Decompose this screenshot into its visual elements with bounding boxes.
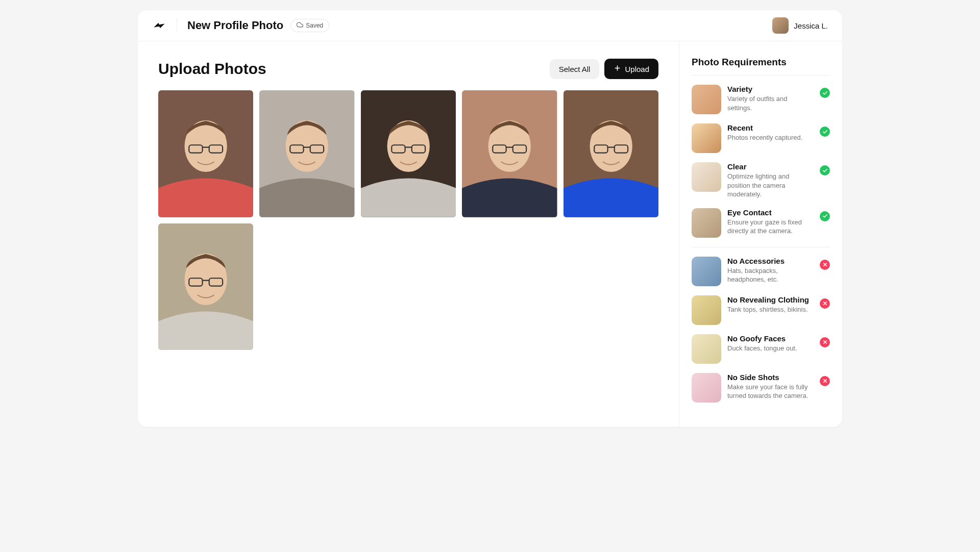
requirement-desc: Duck faces, tongue out. <box>727 344 814 353</box>
photo-thumb[interactable] <box>564 90 658 217</box>
requirement-text: Clear Optimize lighting and position the… <box>727 162 814 199</box>
requirement-desc: Photos recently captured. <box>727 133 814 142</box>
check-icon <box>820 211 830 221</box>
requirement-title: Recent <box>727 123 814 132</box>
saved-indicator: Saved <box>290 19 329 32</box>
requirement-thumb <box>692 373 721 403</box>
requirement-item: Recent Photos recently captured. <box>692 123 830 153</box>
requirement-item: No Goofy Faces Duck faces, tongue out. <box>692 334 830 364</box>
requirement-desc: Variety of outfits and settings. <box>727 94 814 112</box>
check-icon <box>820 127 830 137</box>
requirement-title: No Revealing Clothing <box>727 295 814 304</box>
requirement-desc: Tank tops, shirtless, bikinis. <box>727 305 814 314</box>
check-icon <box>820 165 830 175</box>
app-logo-icon <box>152 18 166 33</box>
photo-grid <box>158 90 658 350</box>
requirement-text: Variety Variety of outfits and settings. <box>727 85 814 112</box>
page-title: New Profile Photo <box>187 19 283 32</box>
requirement-title: No Goofy Faces <box>727 334 814 343</box>
requirement-desc: Optimize lighting and position the camer… <box>727 172 814 199</box>
requirement-title: Variety <box>727 85 814 93</box>
user-menu[interactable]: Jessica L. <box>772 17 828 34</box>
requirement-item: Variety Variety of outfits and settings. <box>692 85 830 114</box>
requirement-text: No Accessories Hats, backpacks, headphon… <box>727 257 814 284</box>
requirement-item: Eye Contact Ensure your gaze is fixed di… <box>692 208 830 238</box>
cloud-icon <box>297 21 303 30</box>
check-icon <box>820 88 830 98</box>
requirement-thumb <box>692 162 721 192</box>
requirement-title: Clear <box>727 162 814 171</box>
saved-label: Saved <box>306 22 323 29</box>
x-icon <box>820 298 830 309</box>
x-icon <box>820 376 830 386</box>
requirement-item: No Accessories Hats, backpacks, headphon… <box>692 257 830 286</box>
photo-thumb[interactable] <box>259 90 354 217</box>
requirements-bad-list: No Accessories Hats, backpacks, headphon… <box>692 257 830 403</box>
requirement-item: Clear Optimize lighting and position the… <box>692 162 830 199</box>
x-icon <box>820 260 830 270</box>
sidebar-divider <box>692 75 830 76</box>
requirement-thumb <box>692 295 721 325</box>
requirement-thumb <box>692 123 721 153</box>
requirement-desc: Ensure your gaze is fixed directly at th… <box>727 218 814 236</box>
requirement-text: No Side Shots Make sure your face is ful… <box>727 373 814 400</box>
photo-thumb[interactable] <box>361 90 456 217</box>
app-window: New Profile Photo Saved Jessica L. Uploa… <box>138 10 842 427</box>
header-divider <box>177 18 177 33</box>
plus-icon <box>614 64 621 73</box>
main-header: Upload Photos Select All Upload <box>158 59 658 79</box>
select-all-button[interactable]: Select All <box>550 59 600 79</box>
main-panel: Upload Photos Select All Upload <box>138 41 679 427</box>
requirement-item: No Revealing Clothing Tank tops, shirtle… <box>692 295 830 325</box>
app-header: New Profile Photo Saved Jessica L. <box>138 10 842 41</box>
requirement-text: Recent Photos recently captured. <box>727 123 814 142</box>
requirement-text: Eye Contact Ensure your gaze is fixed di… <box>727 208 814 236</box>
sidebar-title: Photo Requirements <box>692 57 830 68</box>
avatar <box>772 17 789 34</box>
user-name-label: Jessica L. <box>794 21 828 30</box>
requirement-thumb <box>692 257 721 286</box>
requirement-title: Eye Contact <box>727 208 814 217</box>
requirement-text: No Revealing Clothing Tank tops, shirtle… <box>727 295 814 314</box>
requirement-title: No Side Shots <box>727 373 814 382</box>
requirement-text: No Goofy Faces Duck faces, tongue out. <box>727 334 814 353</box>
app-body: Upload Photos Select All Upload <box>138 41 842 427</box>
requirement-title: No Accessories <box>727 257 814 265</box>
x-icon <box>820 337 830 347</box>
upload-button[interactable]: Upload <box>604 59 658 79</box>
sidebar-divider <box>692 247 830 247</box>
requirements-good-list: Variety Variety of outfits and settings.… <box>692 85 830 238</box>
requirement-thumb <box>692 334 721 364</box>
requirement-desc: Hats, backpacks, headphones, etc. <box>727 266 814 284</box>
requirement-desc: Make sure your face is fully turned towa… <box>727 383 814 400</box>
section-title: Upload Photos <box>158 60 550 78</box>
photo-thumb[interactable] <box>462 90 557 217</box>
requirement-thumb <box>692 85 721 114</box>
photo-thumb[interactable] <box>158 223 253 350</box>
photo-thumb[interactable] <box>158 90 253 217</box>
requirements-sidebar: Photo Requirements Variety Variety of ou… <box>679 41 842 427</box>
requirement-item: No Side Shots Make sure your face is ful… <box>692 373 830 403</box>
requirement-thumb <box>692 208 721 238</box>
